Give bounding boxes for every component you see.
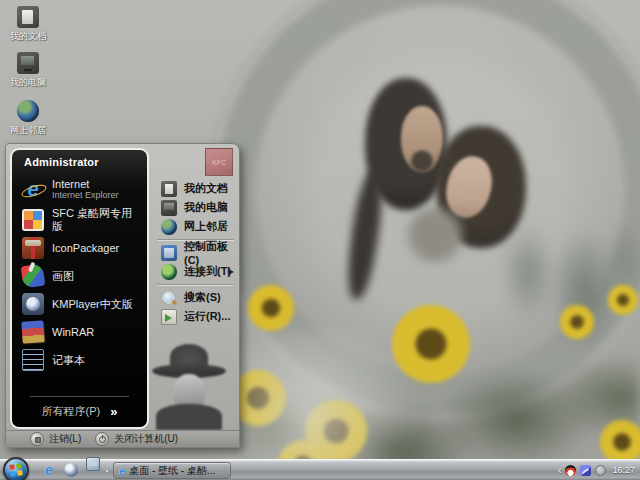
menu-separator — [157, 284, 234, 285]
menu-item-sublabel: Internet Explorer — [52, 190, 119, 200]
taskbar: e e 桌面 - 壁纸 - 桌酷... ‹ 16:27 — [0, 459, 640, 480]
menu-item-run[interactable]: 运行(R)... — [155, 307, 236, 326]
desktop-icon-label: 网上邻居 — [6, 124, 50, 137]
quick-launch-divider — [106, 470, 108, 472]
menu-item-label: 我的电脑 — [184, 200, 228, 215]
menu-item-label: KMPlayer中文版 — [52, 298, 133, 311]
my-documents-icon — [161, 181, 177, 197]
desktop-icon-my-documents[interactable]: 我的文档 — [6, 6, 50, 43]
shutdown-button[interactable]: 关闭计算机(U) — [95, 432, 178, 446]
menu-item-internet-explorer[interactable]: e Internet Internet Explorer — [12, 172, 147, 206]
iconpackager-icon — [22, 237, 44, 259]
menu-item-sfc[interactable]: SFC 桌酷网专用版 — [12, 206, 147, 234]
menu-item-notepad[interactable]: 记事本 — [12, 346, 147, 374]
start-menu-places-panel: KFC 我的文档 我的电脑 网上邻居 控制面板(C) 连接到(T) — [153, 146, 236, 430]
start-menu: Administrator e Internet Internet Explor… — [5, 143, 240, 448]
volume-icon[interactable] — [595, 465, 606, 476]
menu-item-winrar[interactable]: WinRAR — [12, 318, 147, 346]
run-icon — [161, 309, 177, 325]
menu-item-my-documents[interactable]: 我的文档 — [155, 179, 236, 198]
start-button[interactable] — [3, 457, 29, 480]
menu-item-network-places[interactable]: 网上邻居 — [155, 217, 236, 236]
winrar-icon — [21, 320, 44, 343]
my-documents-icon — [17, 6, 39, 28]
taskbar-window-label: 桌面 - 壁纸 - 桌酷... — [129, 464, 215, 478]
control-panel-icon — [161, 245, 177, 261]
quick-launch-show-desktop[interactable] — [86, 457, 100, 471]
log-off-button[interactable]: 注销(L) — [30, 432, 81, 446]
menu-item-label: 我的文档 — [184, 181, 228, 196]
menu-item-label: 搜索(S) — [184, 290, 221, 305]
menu-item-kmplayer[interactable]: KMPlayer中文版 — [12, 290, 147, 318]
menu-item-paint[interactable]: 画图 — [12, 262, 147, 290]
notepad-icon — [22, 349, 44, 371]
connect-to-icon — [161, 264, 177, 280]
desktop-icon-label: 我的文档 — [6, 30, 50, 43]
menu-item-label: 记事本 — [52, 354, 85, 367]
submenu-arrow-icon: ▶ — [228, 267, 234, 276]
menu-item-control-panel[interactable]: 控制面板(C) — [155, 243, 236, 262]
menu-item-my-computer[interactable]: 我的电脑 — [155, 198, 236, 217]
log-off-icon — [30, 432, 44, 446]
qq-icon[interactable] — [565, 465, 576, 476]
quick-launch-internet-explorer[interactable]: e — [42, 463, 56, 477]
wallpaper-man-beard — [410, 150, 434, 172]
sunflower — [248, 285, 294, 331]
desktop-icon-my-computer[interactable]: 我的电脑 — [6, 52, 50, 89]
start-menu-watermark-portrait — [146, 338, 232, 430]
menu-item-label: WinRAR — [52, 326, 94, 339]
sunflower — [600, 420, 640, 464]
sunflower — [560, 305, 594, 339]
desktop-icon-network-places[interactable]: 网上邻居 — [6, 100, 50, 137]
menu-item-connect-to[interactable]: 连接到(T) ▶ — [155, 262, 236, 281]
desktop-icon-label: 我的电脑 — [6, 76, 50, 89]
start-menu-programs-panel: Administrator e Internet Internet Explor… — [10, 148, 149, 429]
windows-flag-icon — [9, 463, 23, 477]
start-menu-footer: 注销(L) 关闭计算机(U) — [6, 430, 239, 447]
my-computer-icon — [17, 52, 39, 74]
search-icon — [161, 290, 177, 306]
system-tray: ‹ 16:27 — [558, 460, 638, 480]
internet-explorer-icon: e — [22, 178, 44, 200]
kmplayer-icon — [22, 293, 44, 315]
internet-explorer-icon: e — [119, 465, 125, 477]
taskbar-window-button[interactable]: e 桌面 - 壁纸 - 桌酷... — [113, 462, 231, 479]
my-computer-icon — [161, 200, 177, 216]
theme-icon[interactable] — [580, 465, 591, 476]
menu-item-label: 画图 — [52, 270, 74, 283]
menu-item-search[interactable]: 搜索(S) — [155, 288, 236, 307]
network-places-icon — [161, 219, 177, 235]
power-icon — [95, 432, 109, 446]
tray-collapse-chevron[interactable]: ‹ — [558, 460, 562, 480]
menu-item-label: 连接到(T) — [184, 264, 231, 279]
log-off-label: 注销(L) — [49, 432, 81, 446]
all-programs-separator — [30, 396, 129, 397]
sfc-icon — [22, 209, 44, 231]
wallpaper-scarf — [405, 205, 465, 265]
all-programs-label: 所有程序(P) — [42, 404, 101, 419]
paint-icon — [21, 264, 46, 289]
menu-item-label: 运行(R)... — [184, 309, 230, 324]
network-places-icon — [17, 100, 39, 122]
menu-item-label: SFC 桌酷网专用版 — [52, 207, 143, 232]
all-programs-arrow-icon: » — [110, 404, 117, 419]
menu-item-iconpackager[interactable]: IconPackager — [12, 234, 147, 262]
start-menu-user-name: Administrator — [12, 150, 147, 172]
quick-launch-media-player[interactable] — [64, 463, 78, 477]
all-programs-button[interactable]: 所有程序(P) » — [12, 404, 147, 419]
menu-item-label: IconPackager — [52, 242, 119, 255]
user-avatar[interactable]: KFC — [205, 148, 233, 176]
watermark-shoulders — [156, 404, 222, 430]
tray-clock[interactable]: 16:27 — [612, 465, 635, 475]
menu-item-label: Internet — [52, 178, 119, 191]
menu-item-label: 网上邻居 — [184, 219, 228, 234]
shutdown-label: 关闭计算机(U) — [114, 432, 178, 446]
sunflower — [608, 285, 638, 315]
